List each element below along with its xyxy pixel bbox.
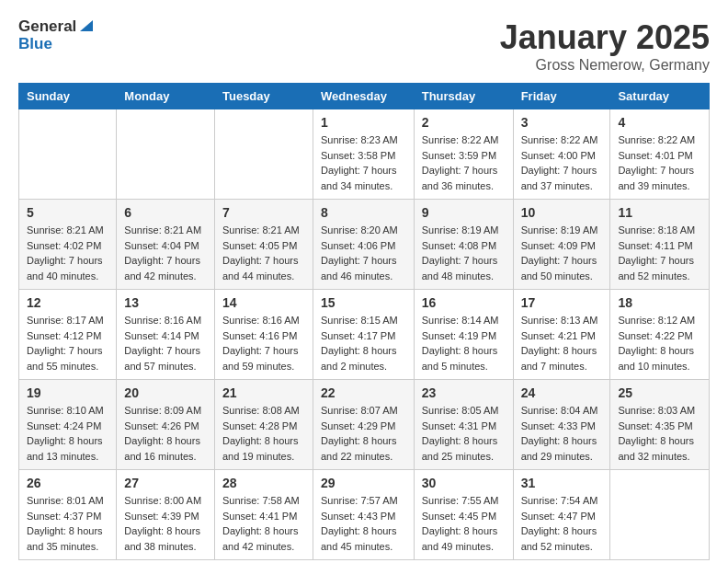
day-info: Sunrise: 8:20 AM Sunset: 4:06 PM Dayligh…: [321, 223, 406, 283]
day-number: 12: [27, 295, 108, 310]
calendar-week-row: 5 Sunrise: 8:21 AM Sunset: 4:02 PM Dayli…: [19, 200, 710, 290]
day-number: 23: [422, 385, 506, 400]
daylight-text: Daylight: 7 hours and 37 minutes.: [521, 163, 603, 193]
sunset-text: Sunset: 4:06 PM: [321, 238, 406, 254]
daylight-text: Daylight: 8 hours and 22 minutes.: [321, 433, 406, 464]
sunrise-text: Sunrise: 8:07 AM: [321, 403, 406, 419]
day-info: Sunrise: 8:23 AM Sunset: 3:58 PM Dayligh…: [321, 132, 406, 193]
day-info: Sunrise: 8:08 AM Sunset: 4:28 PM Dayligh…: [222, 403, 305, 464]
daylight-text: Daylight: 8 hours and 29 minutes.: [521, 433, 603, 464]
table-row: 29 Sunrise: 7:57 AM Sunset: 4:43 PM Dayl…: [313, 470, 414, 560]
sunrise-text: Sunrise: 7:57 AM: [321, 493, 406, 509]
calendar-week-row: 19 Sunrise: 8:10 AM Sunset: 4:24 PM Dayl…: [19, 380, 710, 470]
day-info: Sunrise: 8:21 AM Sunset: 4:02 PM Dayligh…: [27, 223, 108, 283]
sunrise-text: Sunrise: 8:12 AM: [618, 313, 701, 328]
daylight-text: Daylight: 8 hours and 13 minutes.: [27, 433, 108, 464]
sunrise-text: Sunrise: 8:22 AM: [521, 132, 603, 148]
sunset-text: Sunset: 4:35 PM: [618, 419, 701, 434]
day-number: 19: [27, 385, 108, 400]
day-number: 7: [222, 205, 305, 220]
daylight-text: Daylight: 8 hours and 10 minutes.: [618, 343, 701, 373]
table-row: 18 Sunrise: 8:12 AM Sunset: 4:22 PM Dayl…: [610, 290, 710, 380]
sunrise-text: Sunrise: 8:21 AM: [27, 223, 108, 238]
sunrise-text: Sunrise: 8:00 AM: [124, 493, 207, 509]
sunset-text: Sunset: 4:19 PM: [422, 328, 506, 344]
day-number: 27: [124, 476, 207, 490]
table-row: [610, 470, 710, 560]
sunset-text: Sunset: 4:24 PM: [27, 419, 108, 434]
table-row: 6 Sunrise: 8:21 AM Sunset: 4:04 PM Dayli…: [117, 200, 215, 290]
calendar-table: Sunday Monday Tuesday Wednesday Thursday…: [18, 83, 710, 560]
table-row: 13 Sunrise: 8:16 AM Sunset: 4:14 PM Dayl…: [117, 290, 215, 380]
daylight-text: Daylight: 7 hours and 36 minutes.: [422, 163, 506, 193]
daylight-text: Daylight: 7 hours and 48 minutes.: [422, 253, 506, 283]
day-info: Sunrise: 8:12 AM Sunset: 4:22 PM Dayligh…: [618, 313, 701, 373]
daylight-text: Daylight: 7 hours and 44 minutes.: [222, 253, 305, 283]
col-thursday: Thursday: [414, 84, 513, 109]
day-number: 30: [422, 476, 506, 490]
daylight-text: Daylight: 8 hours and 49 minutes.: [422, 523, 506, 554]
daylight-text: Daylight: 7 hours and 57 minutes.: [124, 343, 207, 373]
day-info: Sunrise: 8:17 AM Sunset: 4:12 PM Dayligh…: [27, 313, 108, 373]
sunrise-text: Sunrise: 8:22 AM: [618, 132, 701, 148]
sunset-text: Sunset: 4:02 PM: [27, 238, 108, 254]
sunrise-text: Sunrise: 7:55 AM: [422, 493, 506, 509]
col-tuesday: Tuesday: [214, 84, 313, 109]
day-info: Sunrise: 8:09 AM Sunset: 4:26 PM Dayligh…: [124, 403, 207, 464]
table-row: [19, 109, 117, 200]
daylight-text: Daylight: 7 hours and 39 minutes.: [618, 163, 701, 193]
day-info: Sunrise: 8:18 AM Sunset: 4:11 PM Dayligh…: [618, 223, 701, 283]
table-row: 31 Sunrise: 7:54 AM Sunset: 4:47 PM Dayl…: [513, 470, 610, 560]
day-info: Sunrise: 8:05 AM Sunset: 4:31 PM Dayligh…: [422, 403, 506, 464]
daylight-text: Daylight: 8 hours and 35 minutes.: [27, 523, 108, 554]
day-number: 6: [124, 205, 207, 220]
daylight-text: Daylight: 7 hours and 42 minutes.: [124, 253, 207, 283]
sunrise-text: Sunrise: 8:16 AM: [124, 313, 207, 328]
day-number: 31: [521, 476, 603, 490]
sunset-text: Sunset: 4:16 PM: [222, 328, 305, 344]
sunset-text: Sunset: 4:28 PM: [222, 419, 305, 434]
daylight-text: Daylight: 8 hours and 16 minutes.: [124, 433, 207, 464]
day-number: 2: [422, 115, 506, 130]
day-info: Sunrise: 8:00 AM Sunset: 4:39 PM Dayligh…: [124, 493, 207, 554]
day-number: 14: [222, 295, 305, 310]
day-number: 26: [27, 476, 108, 490]
daylight-text: Daylight: 8 hours and 7 minutes.: [521, 343, 603, 373]
sunset-text: Sunset: 4:12 PM: [27, 328, 108, 344]
day-number: 15: [321, 295, 406, 310]
day-info: Sunrise: 8:10 AM Sunset: 4:24 PM Dayligh…: [27, 403, 108, 464]
day-number: 20: [124, 385, 207, 400]
table-row: 26 Sunrise: 8:01 AM Sunset: 4:37 PM Dayl…: [19, 470, 117, 560]
table-row: 28 Sunrise: 7:58 AM Sunset: 4:41 PM Dayl…: [214, 470, 313, 560]
sunrise-text: Sunrise: 7:54 AM: [521, 493, 603, 509]
day-info: Sunrise: 7:57 AM Sunset: 4:43 PM Dayligh…: [321, 493, 406, 554]
calendar-week-row: 12 Sunrise: 8:17 AM Sunset: 4:12 PM Dayl…: [19, 290, 710, 380]
sunset-text: Sunset: 4:00 PM: [521, 148, 603, 164]
sunrise-text: Sunrise: 8:13 AM: [521, 313, 603, 328]
sunset-text: Sunset: 4:31 PM: [422, 419, 506, 434]
location-title: Gross Nemerow, Germany: [500, 57, 710, 74]
day-info: Sunrise: 8:21 AM Sunset: 4:05 PM Dayligh…: [222, 223, 305, 283]
table-row: [117, 109, 215, 200]
sunset-text: Sunset: 4:01 PM: [618, 148, 701, 164]
sunset-text: Sunset: 4:14 PM: [124, 328, 207, 344]
day-number: 21: [222, 385, 305, 400]
sunrise-text: Sunrise: 8:10 AM: [27, 403, 108, 419]
sunrise-text: Sunrise: 8:17 AM: [27, 313, 108, 328]
daylight-text: Daylight: 8 hours and 32 minutes.: [618, 433, 701, 464]
day-info: Sunrise: 8:04 AM Sunset: 4:33 PM Dayligh…: [521, 403, 603, 464]
day-info: Sunrise: 8:15 AM Sunset: 4:17 PM Dayligh…: [321, 313, 406, 373]
table-row: 9 Sunrise: 8:19 AM Sunset: 4:08 PM Dayli…: [414, 200, 513, 290]
table-row: 7 Sunrise: 8:21 AM Sunset: 4:05 PM Dayli…: [214, 200, 313, 290]
day-number: 29: [321, 476, 406, 490]
day-number: 24: [521, 385, 603, 400]
day-info: Sunrise: 7:58 AM Sunset: 4:41 PM Dayligh…: [222, 493, 305, 554]
table-row: 10 Sunrise: 8:19 AM Sunset: 4:09 PM Dayl…: [513, 200, 610, 290]
table-row: 16 Sunrise: 8:14 AM Sunset: 4:19 PM Dayl…: [414, 290, 513, 380]
sunrise-text: Sunrise: 8:21 AM: [222, 223, 305, 238]
day-info: Sunrise: 8:16 AM Sunset: 4:16 PM Dayligh…: [222, 313, 305, 373]
col-friday: Friday: [513, 84, 610, 109]
table-row: 17 Sunrise: 8:13 AM Sunset: 4:21 PM Dayl…: [513, 290, 610, 380]
table-row: 30 Sunrise: 7:55 AM Sunset: 4:45 PM Dayl…: [414, 470, 513, 560]
day-number: 8: [321, 205, 406, 220]
